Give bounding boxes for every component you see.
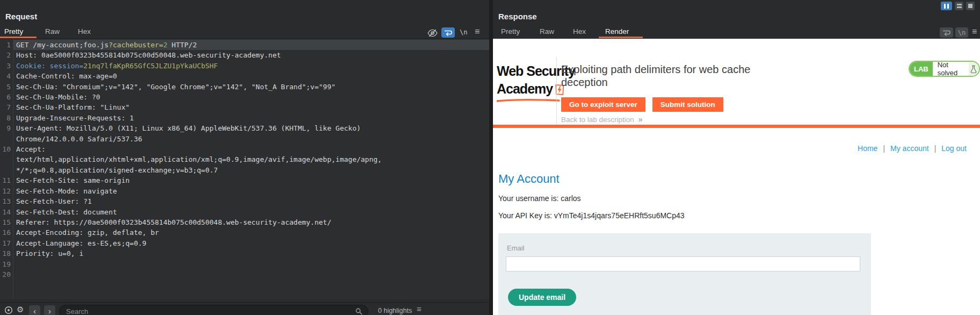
request-menu-icon[interactable]: ≡ bbox=[475, 27, 480, 37]
header-vertical-divider bbox=[556, 57, 557, 126]
account-nav: Home|My account|Log out bbox=[858, 144, 967, 153]
stacked-view-button[interactable] bbox=[955, 2, 963, 10]
search-next-button[interactable]: › bbox=[44, 305, 55, 315]
line-number: 5 bbox=[0, 82, 11, 92]
single-view-button[interactable] bbox=[966, 2, 975, 10]
rows-glyph bbox=[957, 6, 962, 8]
request-line-text bbox=[11, 269, 16, 280]
show-newlines-button[interactable]: \n bbox=[460, 28, 467, 36]
request-line[interactable]: 10Accept: bbox=[0, 144, 489, 154]
request-line[interactable]: 17Accept-Language: es-ES,es;q=0.9 bbox=[0, 238, 489, 248]
request-tab-raw[interactable]: Raw bbox=[45, 27, 60, 35]
response-tab-hex[interactable]: Hex bbox=[573, 27, 586, 35]
lab-header-buttons: Go to exploit server Submit solution bbox=[561, 97, 723, 112]
line-number: 14 bbox=[0, 207, 11, 217]
line-number: 1 bbox=[0, 40, 11, 50]
orange-divider-bar bbox=[493, 125, 980, 128]
nav-separator: | bbox=[883, 144, 885, 153]
magnifier-glyph bbox=[355, 308, 362, 315]
request-line-text: Sec-Fetch-Mode: navigate bbox=[11, 186, 117, 196]
go-to-exploit-server-button[interactable]: Go to exploit server bbox=[561, 97, 645, 112]
flask-icon[interactable] bbox=[969, 62, 979, 76]
request-line-text: Sec-Ch-Ua: "Chromium";v="142", "Google C… bbox=[11, 82, 336, 92]
search-prev-button[interactable]: ‹ bbox=[29, 305, 40, 315]
email-input[interactable] bbox=[506, 256, 860, 271]
submit-solution-button[interactable]: Submit solution bbox=[652, 97, 723, 112]
line-number: 6 bbox=[0, 92, 11, 102]
request-line[interactable]: 18Priority: u=0, i bbox=[0, 248, 489, 259]
response-menu-icon[interactable]: ≡ bbox=[972, 27, 977, 37]
columns-view-button[interactable] bbox=[941, 2, 952, 10]
burp-repeater-screen: Request Pretty Raw Hex \n ≡ 1GET /my-acc… bbox=[0, 0, 980, 315]
request-line[interactable]: 2Host: 0ae5000f0323b455814b075c00d50048.… bbox=[0, 50, 489, 60]
request-line[interactable]: 8Upgrade-Insecure-Requests: 1 bbox=[0, 113, 489, 123]
request-line-text: Sec-Ch-Ua-Platform: "Linux" bbox=[11, 102, 129, 112]
request-line[interactable]: 7Sec-Ch-Ua-Platform: "Linux" bbox=[0, 102, 489, 112]
request-line-text: Sec-Ch-Ua-Mobile: ?0 bbox=[11, 92, 100, 102]
request-line-text: Priority: u=0, i bbox=[11, 248, 83, 259]
request-line-text: Accept-Encoding: gzip, deflate, br bbox=[11, 227, 159, 238]
request-line-text: Referer: https://0ae5000f0323b455814b075… bbox=[11, 217, 331, 227]
back-to-lab-description-link[interactable]: Back to lab description» bbox=[561, 115, 643, 124]
response-tab-pretty[interactable]: Pretty bbox=[501, 27, 520, 35]
request-line[interactable]: 5Sec-Ch-Ua: "Chromium";v="142", "Google … bbox=[0, 82, 489, 92]
line-number: 12 bbox=[0, 186, 11, 196]
wrap-lines-icon bbox=[942, 30, 951, 36]
response-tab-render[interactable]: Render bbox=[605, 27, 629, 35]
nav-link-my-account[interactable]: My account bbox=[890, 144, 929, 153]
request-line[interactable]: text/html,application/xhtml+xml,applicat… bbox=[0, 154, 489, 164]
request-line[interactable]: 13Sec-Fetch-User: ?1 bbox=[0, 196, 489, 206]
target-scope-icon[interactable] bbox=[4, 306, 13, 315]
response-tab-raw[interactable]: Raw bbox=[540, 27, 554, 35]
wrap-lines-button-disabled[interactable] bbox=[940, 27, 953, 38]
request-line[interactable]: Chrome/142.0.0.0 Safari/537.36 bbox=[0, 134, 489, 144]
lab-badge-status: Not solved bbox=[933, 62, 969, 76]
nav-separator: | bbox=[934, 144, 937, 153]
email-form-panel: Email Update email bbox=[498, 233, 871, 315]
nav-link-home[interactable]: Home bbox=[858, 144, 877, 153]
request-line[interactable]: 12Sec-Fetch-Mode: navigate bbox=[0, 186, 489, 196]
search-menu-icon[interactable]: ≡ bbox=[417, 304, 422, 313]
request-line-text: Host: 0ae5000f0323b455814b075c00d50048.w… bbox=[11, 50, 281, 60]
show-newlines-button-disabled[interactable]: \n bbox=[955, 27, 968, 38]
search-magnifier-icon bbox=[355, 307, 362, 315]
request-panel: Request Pretty Raw Hex \n ≡ 1GET /my-acc… bbox=[0, 0, 489, 315]
line-number: 13 bbox=[0, 196, 11, 206]
request-panel-title: Request bbox=[5, 12, 37, 21]
request-line[interactable]: 6Sec-Ch-Ua-Mobile: ?0 bbox=[0, 92, 489, 102]
request-editor[interactable]: 1GET /my-account;foo.js?cachebuster=2 HT… bbox=[0, 39, 489, 299]
update-email-button[interactable]: Update email bbox=[508, 289, 576, 306]
request-tab-pretty[interactable]: Pretty bbox=[4, 27, 23, 35]
eye-slash-glyph bbox=[427, 29, 438, 37]
request-line-text: Accept: bbox=[11, 144, 46, 154]
request-line[interactable]: 9User-Agent: Mozilla/5.0 (X11; Linux x86… bbox=[0, 123, 489, 133]
request-line[interactable]: 19 bbox=[0, 259, 489, 269]
request-line[interactable]: 11Sec-Fetch-Site: same-origin bbox=[0, 175, 489, 185]
request-line[interactable]: 15Referer: https://0ae5000f0323b455814b0… bbox=[0, 217, 489, 227]
line-number: 17 bbox=[0, 238, 11, 248]
request-line-text bbox=[11, 259, 16, 269]
line-number: 4 bbox=[0, 71, 11, 81]
request-line-text: Cookie: session=21nq7lfaKpR65GfC5JLZU1pY… bbox=[11, 61, 218, 71]
request-line-text: Sec-Fetch-User: ?1 bbox=[11, 196, 92, 206]
columns-glyph bbox=[944, 4, 946, 9]
line-number: 9 bbox=[0, 123, 11, 133]
request-tab-hex[interactable]: Hex bbox=[78, 27, 91, 35]
search-input[interactable] bbox=[59, 305, 368, 315]
request-line[interactable]: 4Cache-Control: max-age=0 bbox=[0, 71, 489, 81]
request-line[interactable]: */*;q=0.8,application/signed-exchange;v=… bbox=[0, 165, 489, 175]
wrap-lines-button[interactable] bbox=[441, 27, 455, 38]
request-line[interactable]: 16Accept-Encoding: gzip, deflate, br bbox=[0, 227, 489, 238]
search-settings-gear-icon[interactable]: ⚙ bbox=[17, 305, 24, 314]
request-line-text: User-Agent: Mozilla/5.0 (X11; Linux x86_… bbox=[11, 123, 361, 133]
request-line[interactable]: 14Sec-Fetch-Dest: document bbox=[0, 207, 489, 217]
nav-link-log-out[interactable]: Log out bbox=[941, 144, 967, 153]
request-line-text: GET /my-account;foo.js?cachebuster=2 HTT… bbox=[11, 40, 197, 50]
request-line[interactable]: 3Cookie: session=21nq7lfaKpR65GfC5JLZU1p… bbox=[0, 61, 489, 71]
request-line[interactable]: 1GET /my-account;foo.js?cachebuster=2 HT… bbox=[0, 40, 489, 50]
line-number bbox=[0, 165, 11, 175]
request-line-text: Cache-Control: max-age=0 bbox=[11, 71, 117, 81]
hide-matches-eye-icon[interactable] bbox=[426, 28, 438, 38]
line-number bbox=[0, 134, 11, 144]
request-line[interactable]: 20 bbox=[0, 269, 489, 280]
